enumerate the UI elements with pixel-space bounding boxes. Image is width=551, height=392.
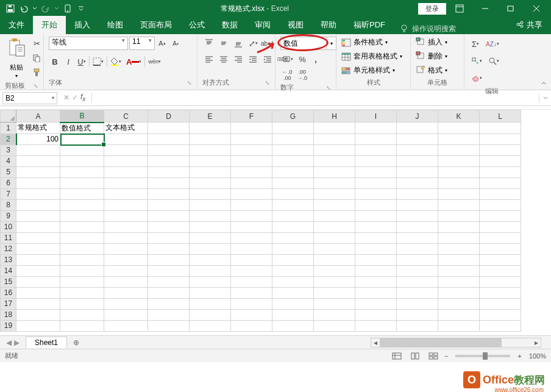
cell-A11[interactable] xyxy=(16,232,60,243)
cell-E15[interactable] xyxy=(190,276,231,287)
conditional-formatting-button[interactable]: 条件格式 ▾ xyxy=(341,37,388,48)
cell-C6[interactable] xyxy=(104,177,148,188)
cell-I11[interactable] xyxy=(355,232,397,243)
cell-E19[interactable] xyxy=(190,320,231,331)
cell-H8[interactable] xyxy=(314,199,355,210)
cell-I2[interactable] xyxy=(355,134,397,144)
row-header-11[interactable]: 11 xyxy=(1,232,16,243)
cell-I7[interactable] xyxy=(355,188,397,199)
cell-K13[interactable] xyxy=(438,254,480,265)
cell-F8[interactable] xyxy=(231,199,272,210)
cell-L4[interactable] xyxy=(480,155,521,166)
cell-D2[interactable] xyxy=(148,134,190,144)
cell-B13[interactable] xyxy=(60,254,104,265)
paste-button[interactable]: 粘贴 ▾ xyxy=(5,37,28,80)
cell-B17[interactable] xyxy=(60,298,104,309)
cell-F14[interactable] xyxy=(231,265,272,276)
zoom-slider[interactable] xyxy=(455,355,510,357)
scroll-left-icon[interactable]: ◂ xyxy=(371,338,380,347)
cell-J11[interactable] xyxy=(397,232,438,243)
align-bottom-icon[interactable] xyxy=(232,37,245,50)
cell-C15[interactable] xyxy=(104,276,148,287)
cell-E16[interactable] xyxy=(190,287,231,298)
row-header-7[interactable]: 7 xyxy=(1,188,16,199)
cell-E17[interactable] xyxy=(190,298,231,309)
cell-D13[interactable] xyxy=(148,254,190,265)
cell-G14[interactable] xyxy=(272,265,314,276)
name-box-dropdown-icon[interactable]: ▾ xyxy=(52,95,54,101)
cell-C3[interactable] xyxy=(104,144,148,155)
cell-I19[interactable] xyxy=(355,320,397,331)
cell-D8[interactable] xyxy=(148,199,190,210)
tab-home[interactable]: 开始 xyxy=(33,16,66,34)
touch-mode-icon[interactable] xyxy=(62,3,73,14)
cell-E4[interactable] xyxy=(190,155,231,166)
cell-I1[interactable] xyxy=(355,123,397,134)
cell-A12[interactable] xyxy=(16,243,60,254)
tab-draw[interactable]: 绘图 xyxy=(99,16,132,34)
page-break-view-icon[interactable] xyxy=(426,351,441,362)
cell-G15[interactable] xyxy=(272,276,314,287)
cell-B12[interactable] xyxy=(60,243,104,254)
cell-J17[interactable] xyxy=(397,298,438,309)
cell-F6[interactable] xyxy=(231,177,272,188)
maximize-icon[interactable] xyxy=(499,0,523,17)
cell-H14[interactable] xyxy=(314,265,355,276)
cell-J18[interactable] xyxy=(397,309,438,320)
cell-G2[interactable] xyxy=(272,134,314,144)
cell-B6[interactable] xyxy=(60,177,104,188)
cell-B4[interactable] xyxy=(60,155,104,166)
cell-E7[interactable] xyxy=(190,188,231,199)
page-layout-view-icon[interactable] xyxy=(408,351,422,362)
cell-J19[interactable] xyxy=(397,320,438,331)
cell-A18[interactable] xyxy=(16,309,60,320)
save-icon[interactable] xyxy=(5,3,16,14)
cell-C5[interactable] xyxy=(104,166,148,177)
cell-G16[interactable] xyxy=(272,287,314,298)
align-middle-icon[interactable] xyxy=(217,37,230,50)
column-header-C[interactable]: C xyxy=(104,110,148,123)
column-header-E[interactable]: E xyxy=(190,110,231,123)
cell-F12[interactable] xyxy=(231,243,272,254)
decrease-decimal-icon[interactable]: .00→.0 xyxy=(296,68,310,82)
cell-K15[interactable] xyxy=(438,276,480,287)
cell-L16[interactable] xyxy=(480,287,521,298)
accounting-format-icon[interactable]: ▾ xyxy=(280,52,295,66)
row-header-1[interactable]: 1 xyxy=(1,123,16,134)
sheet-prev-icon[interactable]: ◀ xyxy=(6,338,12,347)
cell-H17[interactable] xyxy=(314,298,355,309)
increase-font-icon[interactable]: A▴ xyxy=(156,37,168,50)
login-button[interactable]: 登录 xyxy=(418,3,446,15)
sort-filter-button[interactable]: AZ↓▾ xyxy=(484,37,501,51)
cell-H6[interactable] xyxy=(314,177,355,188)
cell-I15[interactable] xyxy=(355,276,397,287)
cell-K9[interactable] xyxy=(438,210,480,221)
cell-A2[interactable]: 100 xyxy=(16,134,60,144)
font-name-select[interactable]: 等线▾ xyxy=(49,37,128,50)
cell-J4[interactable] xyxy=(397,155,438,166)
cell-K12[interactable] xyxy=(438,243,480,254)
cell-J14[interactable] xyxy=(397,265,438,276)
cell-F5[interactable] xyxy=(231,166,272,177)
cell-I18[interactable] xyxy=(355,309,397,320)
cell-H13[interactable] xyxy=(314,254,355,265)
cell-D4[interactable] xyxy=(148,155,190,166)
cell-K2[interactable] xyxy=(438,134,480,144)
qat-customize-icon[interactable] xyxy=(76,3,87,14)
cell-K17[interactable] xyxy=(438,298,480,309)
cell-I14[interactable] xyxy=(355,265,397,276)
tab-view[interactable]: 视图 xyxy=(279,16,312,34)
cell-F13[interactable] xyxy=(231,254,272,265)
cell-D10[interactable] xyxy=(148,221,190,232)
row-header-10[interactable]: 10 xyxy=(1,221,16,232)
fill-color-button[interactable]: ▾ xyxy=(108,55,123,68)
cell-C9[interactable] xyxy=(104,210,148,221)
cell-H16[interactable] xyxy=(314,287,355,298)
tell-me-search[interactable]: 操作说明搜索 xyxy=(394,24,462,34)
cell-I13[interactable] xyxy=(355,254,397,265)
cell-B16[interactable] xyxy=(60,287,104,298)
cell-F17[interactable] xyxy=(231,298,272,309)
cell-F15[interactable] xyxy=(231,276,272,287)
decrease-indent-icon[interactable] xyxy=(246,52,260,66)
percent-icon[interactable]: % xyxy=(296,52,308,66)
